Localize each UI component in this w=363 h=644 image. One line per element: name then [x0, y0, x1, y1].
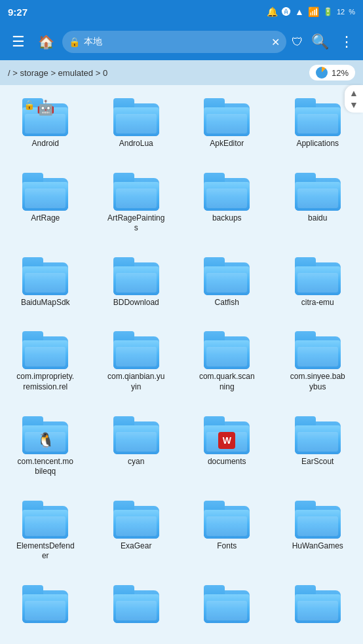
folder-label-comqianbian: com.qianbian.yuyin	[107, 372, 166, 392]
folder-item-artragepaints[interactable]: ArtRagePaintings	[91, 165, 182, 249]
folder-label-backups: backups	[212, 213, 242, 224]
folder-label-comimprop: com.impropriety.remission.rel	[16, 372, 75, 392]
tencent-penguin-icon: 🐧	[37, 432, 54, 449]
battery-percent: 12	[337, 8, 345, 16]
address-bar[interactable]: 🔒 本地 ✕	[62, 31, 286, 53]
folder-icon-citraemu	[295, 257, 341, 295]
folder-item-artrage[interactable]: ArtRage	[0, 165, 91, 249]
folder-label-apkeditor: ApkEditor	[210, 139, 244, 149]
folder-item-exagear[interactable]: ExaGear	[91, 493, 182, 577]
storage-percent: 12%	[332, 68, 349, 78]
scroll-up-icon[interactable]: ▲	[349, 88, 358, 98]
status-time: 9:27	[8, 7, 28, 18]
folder-label-comsinyee: com.sinyee.babybus	[288, 372, 347, 392]
folder-label-earscout: EarScout	[301, 457, 334, 467]
folder-icon-backups	[204, 173, 250, 211]
folder-item-baidu[interactable]: baidu	[273, 165, 364, 249]
folder-item-apkeditor[interactable]: ApkEditor	[182, 90, 273, 165]
status-bar: 9:27 🔔 🅐 ▲ 📶 🔋 12%	[0, 0, 363, 24]
folder-label-elementsdefender: ElementsDefender	[16, 541, 75, 562]
folder-icon-comtencent: 🐧	[22, 416, 68, 454]
folder-icon-baidumapsdk	[22, 257, 68, 295]
folder-label-baidu: baidu	[308, 213, 327, 224]
top-bar: ☰ 🏠 🔒 本地 ✕ 🛡 🔍 ⋮	[0, 24, 363, 60]
folder-icon-comquark	[204, 331, 250, 369]
folder-item-partial-1[interactable]	[91, 577, 182, 639]
folder-icon-android: 🤖🔒	[22, 98, 68, 136]
breadcrumb-path[interactable]: / > storage > emulated > 0	[8, 68, 107, 78]
folder-icon-apkeditor	[204, 98, 250, 136]
folder-label-artragepaints: ArtRagePaintings	[107, 213, 166, 234]
wifi-icon: ▲	[295, 7, 304, 17]
home-icon[interactable]: 🏠	[35, 31, 57, 52]
folder-item-androlua[interactable]: AndroLua	[91, 90, 182, 165]
battery-icon: 🔋	[323, 7, 333, 16]
folder-item-citraemu[interactable]: citra-emu	[273, 249, 364, 324]
folder-item-documents[interactable]: Wdocuments	[182, 408, 273, 493]
notification-icon: 🔔	[267, 7, 278, 17]
folder-icon-comimprop	[22, 331, 68, 369]
storage-badge: 12%	[309, 65, 355, 80]
folder-icon-baidu	[295, 173, 341, 211]
folder-item-backups[interactable]: backups	[182, 165, 273, 249]
folder-item-elementsdefender[interactable]: ElementsDefender	[0, 493, 91, 577]
search-icon[interactable]: 🔍	[309, 31, 332, 53]
folder-icon-partial-1	[113, 585, 159, 623]
file-grid: 🤖🔒AndroidAndroLuaApkEditorApplicationsAr…	[0, 85, 363, 644]
folder-icon-partial-3	[295, 585, 341, 623]
folder-item-fonts[interactable]: Fonts	[182, 493, 273, 577]
folder-item-partial-2[interactable]	[182, 577, 273, 639]
folder-item-huwangames[interactable]: HuWanGames	[273, 493, 364, 577]
menu-icon[interactable]: ☰	[7, 29, 30, 54]
folder-icon-exagear	[113, 501, 159, 539]
folder-label-comtencent: com.tencent.mobileqq	[16, 457, 75, 477]
folder-icon-applications	[295, 98, 341, 136]
account-icon: 🅐	[282, 7, 291, 17]
folder-item-android[interactable]: 🤖🔒Android	[0, 90, 91, 165]
scroll-down-icon[interactable]: ▼	[349, 99, 358, 110]
folder-item-comimprop[interactable]: com.impropriety.remission.rel	[0, 323, 91, 408]
folder-label-applications: Applications	[296, 139, 339, 149]
android-lock-icon: 🔒	[24, 99, 35, 110]
signal-icon: 📶	[308, 7, 319, 17]
folder-icon-comsinyee	[295, 331, 341, 369]
folder-label-catfish: Catfish	[215, 298, 239, 308]
storage-pie-chart	[316, 67, 328, 79]
folder-item-bddownload[interactable]: BDDownload	[91, 249, 182, 324]
folder-label-bddownload: BDDownload	[113, 298, 159, 308]
folder-item-cyan[interactable]: cyan	[91, 408, 182, 493]
folder-icon-cyan	[113, 416, 159, 454]
folder-icon-partial-0	[22, 585, 68, 623]
folder-item-comsinyee[interactable]: com.sinyee.babybus	[273, 323, 364, 408]
folder-icon-partial-2	[204, 585, 250, 623]
folder-item-comtencent[interactable]: 🐧com.tencent.mobileqq	[0, 408, 91, 493]
shield-icon: 🛡	[292, 35, 303, 49]
more-options-icon[interactable]: ⋮	[337, 31, 356, 53]
folder-icon-comqianbian	[113, 331, 159, 369]
folder-item-baidumapsdk[interactable]: BaiduMapSdk	[0, 249, 91, 324]
folder-label-huwangames: HuWanGames	[292, 541, 343, 552]
folder-icon-artrage	[22, 173, 68, 211]
folder-label-citraemu: citra-emu	[301, 298, 334, 308]
folder-item-comquark[interactable]: com.quark.scanning	[182, 323, 273, 408]
folder-item-comqianbian[interactable]: com.qianbian.yuyin	[91, 323, 182, 408]
folder-item-partial-3[interactable]	[273, 577, 364, 639]
folder-icon-elementsdefender	[22, 501, 68, 539]
address-text: 本地	[84, 36, 267, 48]
folder-label-exagear: ExaGear	[121, 541, 151, 552]
folder-item-catfish[interactable]: Catfish	[182, 249, 273, 324]
folder-label-cyan: cyan	[128, 457, 144, 467]
folder-label-androlua: AndroLua	[119, 139, 153, 149]
folder-label-fonts: Fonts	[217, 541, 237, 552]
folder-label-android: Android	[32, 139, 59, 149]
scroll-indicator: ▲ ▼	[345, 85, 363, 113]
folder-item-partial-0[interactable]	[0, 577, 91, 639]
breadcrumb-bar: / > storage > emulated > 0 12%	[0, 60, 363, 85]
folder-label-artrage: ArtRage	[31, 213, 60, 224]
wps-icon: W	[218, 432, 235, 449]
address-close-icon[interactable]: ✕	[271, 36, 280, 48]
folder-icon-artragepaints	[113, 173, 159, 211]
android-badge-icon: 🤖	[37, 99, 54, 116]
folder-item-earscout[interactable]: EarScout	[273, 408, 364, 493]
folder-label-documents: documents	[208, 457, 246, 467]
